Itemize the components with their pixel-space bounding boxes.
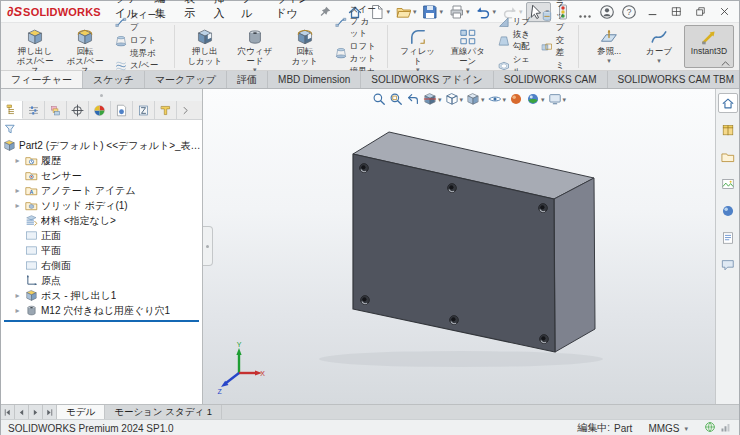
graphics-viewport[interactable]: Y X Z ▾▾▾▾▾▾	[203, 89, 715, 404]
panel-tab-dimxpertmanager[interactable]	[67, 101, 89, 119]
command-tab-5[interactable]: SOLIDWORKS アドイン	[361, 71, 494, 88]
dropdown-caret-icon[interactable]: ▾	[413, 8, 417, 15]
tree-item[interactable]: ▸ボス - 押し出し1	[3, 288, 202, 303]
dropdown-caret-icon[interactable]: ▾	[519, 8, 523, 15]
ribbon-small-button[interactable]: ロフト	[113, 35, 166, 47]
ribbon-collapse-chevron-icon[interactable]	[720, 58, 731, 69]
ribbon-small-button[interactable]: スイープ	[113, 10, 166, 34]
ribbon-button[interactable]: フィレット▾	[393, 25, 443, 68]
panel-tabs-more-button[interactable]	[177, 101, 193, 119]
ribbon-small-button[interactable]: ロフト カット	[333, 41, 379, 65]
dropdown-caret-icon[interactable]: ▾	[541, 96, 545, 103]
command-tab-6[interactable]: SOLIDWORKS CAM	[494, 71, 608, 88]
tree-expand-arrow[interactable]: ▸	[13, 156, 22, 165]
tree-item[interactable]: 原点	[3, 273, 202, 288]
ribbon-small-button[interactable]: スイープ カット	[333, 4, 379, 40]
open-button[interactable]: ▾	[394, 2, 419, 22]
tree-item[interactable]: ▸ソリッド ボディ(1)	[3, 198, 202, 213]
panel-splitter-grip[interactable]	[1, 89, 202, 101]
status-signal-button[interactable]	[720, 421, 732, 435]
ribbon-small-button[interactable]: 交差	[539, 35, 570, 59]
filter-funnel-icon[interactable]	[4, 123, 16, 135]
ribbon-small-button[interactable]: リブ	[496, 16, 533, 28]
panel-tab-cam-feature-tree[interactable]	[111, 101, 133, 119]
command-tab-1[interactable]: スケッチ	[83, 71, 145, 88]
nav-next-button[interactable]	[29, 405, 43, 419]
dropdown-caret-icon[interactable]: ▾	[563, 96, 567, 103]
status-globe-button[interactable]	[704, 421, 716, 435]
zoom-fit-button[interactable]	[371, 91, 387, 107]
view-orientation-button[interactable]: ▾	[444, 91, 465, 107]
tree-item[interactable]: ▸履歴	[3, 153, 202, 168]
undo-button[interactable]: ▾	[473, 2, 498, 22]
section-view-button[interactable]: ▾	[422, 91, 443, 107]
save-button[interactable]: ▾	[420, 2, 445, 22]
model-tab-0[interactable]: モデル	[57, 405, 105, 419]
panel-tab-cam-operation-tree[interactable]	[133, 101, 155, 119]
taskpane-file-explorer-button[interactable]	[718, 147, 738, 167]
ribbon-button[interactable]: 参照...▾	[584, 25, 634, 68]
tree-expand-arrow[interactable]: ▸	[13, 291, 22, 300]
taskpane-custom-properties-button[interactable]	[718, 228, 738, 248]
tree-filter-row[interactable]	[1, 120, 202, 137]
taskpane-view-palette-button[interactable]	[718, 174, 738, 194]
part-3d-model[interactable]	[203, 89, 715, 404]
apply-scene-button[interactable]: ▾	[525, 91, 546, 107]
dropdown-caret-icon[interactable]: ▾	[466, 8, 470, 15]
minimize-button[interactable]	[640, 2, 664, 21]
tree-item[interactable]: 右側面	[3, 258, 202, 273]
close-button[interactable]	[712, 2, 736, 21]
dropdown-caret-icon[interactable]: ▾	[386, 8, 390, 15]
dropdown-caret-icon[interactable]: ▾	[481, 96, 485, 103]
ribbon-button[interactable]: 押し出 しカット	[180, 25, 230, 68]
dropdown-caret-icon[interactable]: ▾	[657, 57, 661, 64]
panel-tab-displaymanager[interactable]	[89, 101, 111, 119]
tree-item[interactable]: ▸Aアノテート アイテム	[3, 183, 202, 198]
ribbon-button[interactable]: カーブ▾	[634, 25, 684, 68]
tree-expand-arrow[interactable]: ▸	[13, 306, 22, 315]
part-side-face[interactable]	[554, 178, 595, 352]
taskpane-forum-button[interactable]	[718, 255, 738, 275]
nav-first-button[interactable]	[1, 405, 15, 419]
dropdown-caret-icon[interactable]: ▾	[492, 8, 496, 15]
dropdown-caret-icon[interactable]: ▾	[607, 57, 611, 64]
command-tab-4[interactable]: MBD Dimension	[268, 71, 361, 88]
taskpane-home-tp-button[interactable]	[718, 93, 738, 113]
nav-prev-button[interactable]	[15, 405, 29, 419]
ribbon-button[interactable]: 穴ウィザード▾	[230, 25, 280, 68]
tree-item[interactable]: 正面	[3, 228, 202, 243]
window-pane-button[interactable]	[664, 2, 688, 21]
hide-show-items-button[interactable]: ▾	[487, 91, 508, 107]
tree-item[interactable]: 材料 <指定なし>	[3, 213, 202, 228]
panel-tab-configurationmanager[interactable]	[45, 101, 67, 119]
command-tab-2[interactable]: マークアップ	[145, 71, 227, 88]
print-button[interactable]: ▾	[447, 2, 472, 22]
command-tab-0[interactable]: フィーチャー	[1, 71, 83, 88]
ribbon-button[interactable]: 押し出し ボス/ベース	[10, 25, 60, 68]
dropdown-caret-icon[interactable]: ▾	[460, 96, 464, 103]
taskpane-design-library-button[interactable]	[718, 120, 738, 140]
restore-button[interactable]	[688, 2, 712, 21]
ribbon-button[interactable]: 回転 ボス/ベース	[60, 25, 110, 68]
tree-item[interactable]: センサー	[3, 168, 202, 183]
ribbon-button[interactable]: 直線パターン▾	[443, 25, 493, 68]
view-settings-button[interactable]: ▾	[547, 91, 568, 107]
taskpane-appearances-button[interactable]	[718, 201, 738, 221]
tree-expand-arrow[interactable]: ▸	[13, 186, 22, 195]
pin-icon[interactable]	[318, 5, 332, 19]
dropdown-caret-icon[interactable]: ▾	[503, 96, 507, 103]
edit-appearance-button[interactable]	[508, 91, 524, 107]
panel-tab-cam-tools[interactable]	[155, 101, 177, 119]
ribbon-button[interactable]: 回転 カット	[280, 25, 330, 68]
zoom-area-button[interactable]	[388, 91, 404, 107]
panel-collapse-handle[interactable]	[203, 226, 213, 266]
tree-item[interactable]: ▸M12 穴付きねじ用座ぐり穴1	[3, 303, 202, 318]
tree-item[interactable]: 平面	[3, 243, 202, 258]
command-tab-3[interactable]: 評価	[227, 71, 268, 88]
dropdown-caret-icon[interactable]: ▾	[438, 96, 442, 103]
command-tab-7[interactable]: SOLIDWORKS CAM TBM	[608, 71, 740, 88]
panel-tab-featuremanager[interactable]	[1, 101, 23, 119]
tree-root-item[interactable]: Part2 (デフォルト) <<デフォルト>_表示状態 1>	[3, 138, 202, 153]
account-button[interactable]	[597, 2, 617, 22]
rollback-bar[interactable]	[4, 320, 199, 322]
